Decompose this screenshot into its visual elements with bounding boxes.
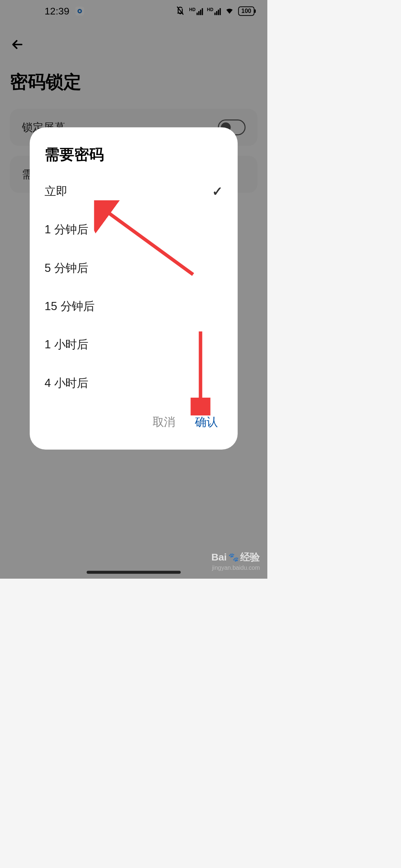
option-label: 15 分钟后	[45, 299, 95, 314]
option-label: 立即	[45, 184, 67, 199]
confirm-button[interactable]: 确认	[195, 414, 218, 430]
navigation-pill[interactable]	[87, 571, 180, 574]
option-label: 1 小时后	[45, 337, 88, 352]
option-4-hours[interactable]: 4 小时后	[30, 364, 238, 402]
option-1-hour[interactable]: 1 小时后	[30, 325, 238, 364]
option-label: 4 小时后	[45, 375, 88, 391]
watermark: Bai🐾经验	[211, 550, 260, 564]
check-icon: ✓	[212, 184, 223, 199]
option-5-minutes[interactable]: 5 分钟后	[30, 249, 238, 287]
dialog-title: 需要密码	[30, 145, 238, 172]
option-15-minutes[interactable]: 15 分钟后	[30, 287, 238, 325]
require-password-dialog: 需要密码 立即 ✓ 1 分钟后 5 分钟后 15 分钟后 1 小时后 4 小时后…	[30, 127, 238, 450]
watermark-url: jingyan.baidu.com	[212, 564, 260, 571]
option-1-minute[interactable]: 1 分钟后	[30, 210, 238, 249]
option-label: 1 分钟后	[45, 222, 88, 237]
option-label: 5 分钟后	[45, 260, 88, 276]
option-immediately[interactable]: 立即 ✓	[30, 172, 238, 210]
cancel-button[interactable]: 取消	[153, 414, 175, 430]
